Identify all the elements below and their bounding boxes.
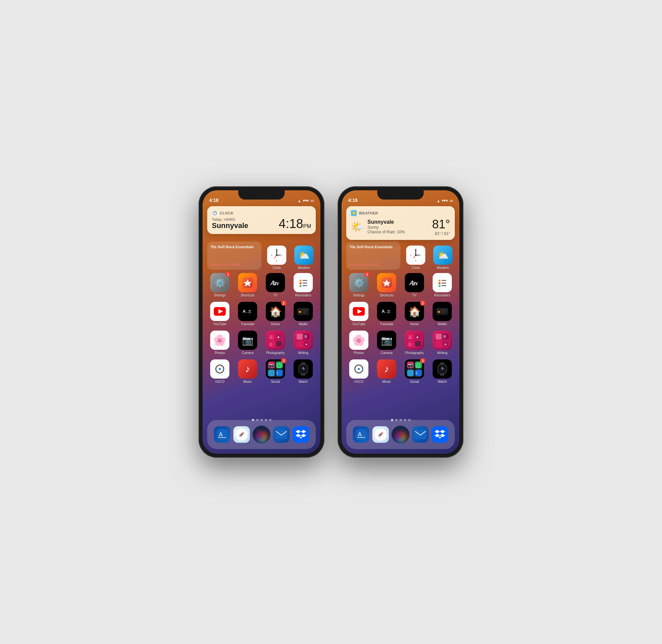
watch-icon-2 — [433, 360, 452, 378]
app-social-2[interactable]: 📷 ◯ f 3 Social — [402, 360, 427, 384]
app-camera-1[interactable]: 📷 Camera — [235, 330, 260, 355]
app-vsco-1[interactable]: VSCO — [207, 360, 232, 384]
svg-text:◻: ◻ — [408, 343, 411, 346]
phone-2-body: 4:18 ▲ ▾▾▾ ▭ ☀️ WEATHER — [338, 186, 463, 458]
app-shortcuts-1[interactable]: Shortcuts — [235, 273, 260, 297]
svg-rect-142 — [440, 374, 444, 376]
phones-container: 4:18 ▲ ▾▾▾ ▭ — [199, 186, 463, 458]
svg-marker-81 — [296, 434, 301, 437]
svg-rect-101 — [441, 283, 446, 284]
dock-siri-2[interactable] — [392, 426, 409, 443]
top-clock-icon-2[interactable]: 12 3 6 9 Clock — [404, 242, 428, 270]
clock-notification-widget[interactable]: CLOCK Today, +0HRS Sunnyvale 4:18PM — [207, 206, 316, 234]
dock-safari-1[interactable] — [233, 426, 250, 443]
youtube-label-2: YouTube — [352, 322, 365, 326]
camera-icon-2: 📷 — [377, 330, 396, 350]
svg-text:◯: ◯ — [416, 363, 420, 368]
clock-time-display: 4:18PM — [279, 217, 311, 230]
dropbox-icon-2 — [432, 426, 448, 443]
weather-condition: Sunny — [367, 225, 405, 230]
clock-app-name: CLOCK — [220, 211, 234, 215]
weather-sun: 🌤️ — [351, 221, 364, 233]
top-weather-icon-2[interactable]: ⛅ Weather — [431, 242, 455, 270]
dock-safari-2[interactable] — [372, 426, 389, 443]
shortcuts-icon-2 — [377, 273, 396, 292]
app-translate-1[interactable]: A 文 ↔ Translate — [235, 302, 260, 326]
app-watch-1[interactable]: Watch — [291, 360, 316, 384]
youtube-icon-1 — [210, 302, 229, 321]
mail-icon-1 — [273, 426, 290, 443]
svg-rect-31 — [302, 311, 307, 312]
wallet-icon-2 — [433, 302, 452, 321]
svg-text:▲: ▲ — [416, 335, 419, 339]
top-weather-icon-1[interactable]: ⛅ Weather — [292, 242, 316, 270]
app-translate-2[interactable]: A 文 ↔ Translate — [374, 302, 399, 326]
dock-dropbox-2[interactable] — [432, 426, 448, 443]
music-widget-1[interactable]: 70s Soft Rock Essentials Apple Music Cla… — [207, 242, 261, 270]
app-camera-2[interactable]: 📷 Camera — [374, 330, 399, 355]
svg-text:𝔸: 𝔸 — [270, 280, 275, 286]
app-grid-2: ⚙️ 1 Settings — [346, 273, 455, 384]
photos-label-2: Photos — [353, 351, 364, 355]
app-writing-2[interactable]: B ✦ Writing — [430, 330, 455, 355]
app-writing-1[interactable]: B ✦ Writing — [291, 330, 316, 355]
dock-siri-1[interactable] — [253, 426, 270, 443]
svg-point-158 — [380, 434, 381, 435]
social-badge-2: 3 — [420, 358, 425, 363]
dock-1: A — [207, 420, 316, 449]
music-widget-2[interactable]: 70s Soft Rock Essentials Apple Music Cla… — [346, 242, 401, 270]
mail-icon-2 — [412, 426, 429, 443]
app-watch-2[interactable]: Watch — [430, 360, 455, 384]
shortcuts-label-2: Shortcuts — [380, 294, 393, 297]
app-photos-2[interactable]: 🌸 Photos — [346, 330, 371, 355]
svg-marker-83 — [300, 437, 302, 438]
app-wallet-1[interactable]: Wallet — [291, 302, 316, 326]
svg-marker-79 — [296, 430, 301, 433]
app-settings-2[interactable]: ⚙️ 1 Settings — [346, 273, 371, 297]
weather-notification-widget[interactable]: ☀️ WEATHER 🌤️ Sunnyvale Sunny Chance of … — [346, 206, 455, 240]
app-tv-2[interactable]: 𝔸 tv TV — [402, 273, 427, 297]
svg-text:9: 9 — [271, 254, 272, 256]
app-photography-2[interactable]: △ ▲ ◻ Photography — [402, 330, 427, 355]
top-clock-icon-1[interactable]: 12 3 6 9 Clock — [265, 242, 289, 270]
clock-widget-content: Today, +0HRS Sunnyvale 4:18PM — [212, 217, 311, 230]
svg-text:tv: tv — [414, 280, 418, 286]
app-youtube-2[interactable]: YouTube — [346, 302, 371, 326]
musicapp-label-1: Music — [243, 380, 252, 384]
app-musicapp-2[interactable]: ♪ Music — [374, 360, 399, 384]
svg-text:tv: tv — [275, 280, 279, 286]
app-wallet-2[interactable]: Wallet — [430, 302, 455, 326]
svg-rect-113 — [441, 313, 445, 313]
svg-rect-32 — [302, 313, 306, 313]
app-musicapp-1[interactable]: ♪ Music — [235, 360, 260, 384]
svg-text:A: A — [219, 431, 223, 438]
svg-point-99 — [439, 285, 440, 287]
dock-dropbox-1[interactable] — [293, 426, 309, 443]
writing-label-1: Writing — [298, 351, 309, 355]
siri-glow-2 — [394, 431, 407, 443]
dock-appstore-1[interactable]: A — [214, 426, 230, 443]
app-home-2[interactable]: 🏠 2 Home — [402, 302, 427, 326]
app-home-1[interactable]: 🏠 2 Home — [263, 302, 288, 326]
music-widget-subtitle-1: Apple Music Classic... — [210, 263, 258, 267]
tv-icon-2: 𝔸 tv — [405, 273, 424, 292]
app-social-1[interactable]: 📷 ◯ f 3 Social — [263, 360, 288, 384]
app-settings-1[interactable]: ⚙️ 1 Settings — [207, 273, 232, 297]
appstore-icon-2: A — [353, 426, 369, 443]
settings-label-2: Settings — [353, 294, 365, 297]
dock-mail-1[interactable] — [273, 426, 290, 443]
svg-text:◻: ◻ — [269, 343, 272, 346]
dock-mail-2[interactable] — [412, 426, 429, 443]
app-reminders-1[interactable]: Reminders — [291, 273, 316, 297]
app-reminders-2[interactable]: Reminders — [430, 273, 455, 297]
dock-appstore-2[interactable]: A — [353, 426, 369, 443]
app-photography-1[interactable]: △ ▲ ◻ Photography — [263, 330, 288, 355]
app-shortcuts-2[interactable]: Shortcuts — [374, 273, 399, 297]
app-youtube-1[interactable]: YouTube — [207, 302, 232, 326]
app-tv-1[interactable]: 𝔸 tv TV — [263, 273, 288, 297]
weather-widget-content: 🌤️ Sunnyvale Sunny Chance of Rain: 10% 8… — [351, 217, 450, 236]
app-photos-1[interactable]: 🌸 Photos — [207, 330, 232, 355]
svg-marker-82 — [301, 434, 306, 437]
tv-label-1: TV — [273, 294, 278, 297]
app-vsco-2[interactable]: VSCO — [346, 360, 371, 384]
